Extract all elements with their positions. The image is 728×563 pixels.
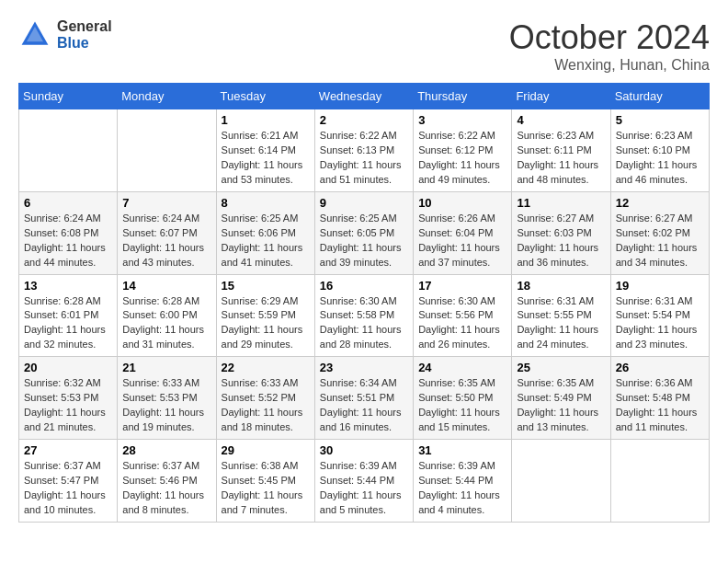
day-info: Sunrise: 6:21 AM Sunset: 6:14 PM Dayligh… xyxy=(222,129,310,188)
day-info: Sunrise: 6:35 AM Sunset: 5:50 PM Dayligh… xyxy=(418,376,506,435)
day-number: 9 xyxy=(320,196,408,210)
calendar-cell xyxy=(19,109,118,192)
weekday-header-sunday: Sunday xyxy=(19,84,118,109)
calendar-cell: 1Sunrise: 6:21 AM Sunset: 6:14 PM Daylig… xyxy=(216,109,314,192)
calendar-cell: 19Sunrise: 6:31 AM Sunset: 5:54 PM Dayli… xyxy=(610,274,709,357)
weekday-header-wednesday: Wednesday xyxy=(314,84,413,109)
day-number: 13 xyxy=(24,279,112,293)
day-number: 20 xyxy=(24,361,112,374)
calendar-cell xyxy=(118,109,216,192)
calendar-cell: 31Sunrise: 6:39 AM Sunset: 5:44 PM Dayli… xyxy=(414,440,512,523)
logo: General Blue xyxy=(18,18,112,52)
day-number: 8 xyxy=(222,196,310,210)
day-info: Sunrise: 6:33 AM Sunset: 5:52 PM Dayligh… xyxy=(222,376,310,435)
logo-icon xyxy=(18,18,51,52)
day-number: 5 xyxy=(616,113,704,127)
day-number: 26 xyxy=(616,361,704,374)
day-number: 1 xyxy=(222,113,310,127)
day-number: 11 xyxy=(517,196,605,210)
day-info: Sunrise: 6:35 AM Sunset: 5:49 PM Dayligh… xyxy=(517,376,605,435)
logo-blue-text: Blue xyxy=(57,35,112,52)
calendar-cell: 23Sunrise: 6:34 AM Sunset: 5:51 PM Dayli… xyxy=(314,357,413,440)
day-info: Sunrise: 6:37 AM Sunset: 5:47 PM Dayligh… xyxy=(24,459,112,518)
day-info: Sunrise: 6:27 AM Sunset: 6:02 PM Dayligh… xyxy=(616,212,704,270)
day-number: 24 xyxy=(418,361,506,374)
day-number: 31 xyxy=(418,443,506,457)
calendar-cell: 13Sunrise: 6:28 AM Sunset: 6:01 PM Dayli… xyxy=(19,274,118,357)
location-subtitle: Wenxing, Hunan, China xyxy=(509,57,710,74)
day-info: Sunrise: 6:27 AM Sunset: 6:03 PM Dayligh… xyxy=(517,212,605,270)
calendar-cell: 12Sunrise: 6:27 AM Sunset: 6:02 PM Dayli… xyxy=(610,191,709,274)
day-info: Sunrise: 6:28 AM Sunset: 6:01 PM Dayligh… xyxy=(24,294,112,353)
day-number: 12 xyxy=(616,196,704,210)
calendar-cell: 26Sunrise: 6:36 AM Sunset: 5:48 PM Dayli… xyxy=(610,357,709,440)
title-block: October 2024 Wenxing, Hunan, China xyxy=(509,18,710,74)
day-number: 28 xyxy=(122,443,210,457)
day-info: Sunrise: 6:30 AM Sunset: 5:58 PM Dayligh… xyxy=(320,294,408,353)
day-info: Sunrise: 6:31 AM Sunset: 5:55 PM Dayligh… xyxy=(517,294,605,353)
calendar-cell: 15Sunrise: 6:29 AM Sunset: 5:59 PM Dayli… xyxy=(216,274,314,357)
day-info: Sunrise: 6:38 AM Sunset: 5:45 PM Dayligh… xyxy=(222,459,310,518)
day-number: 10 xyxy=(418,196,506,210)
day-info: Sunrise: 6:36 AM Sunset: 5:48 PM Dayligh… xyxy=(616,376,704,435)
calendar-cell: 28Sunrise: 6:37 AM Sunset: 5:46 PM Dayli… xyxy=(118,440,216,523)
calendar-cell: 2Sunrise: 6:22 AM Sunset: 6:13 PM Daylig… xyxy=(314,109,413,192)
day-number: 30 xyxy=(320,443,408,457)
page-header: General Blue October 2024 Wenxing, Hunan… xyxy=(18,18,710,74)
day-info: Sunrise: 6:37 AM Sunset: 5:46 PM Dayligh… xyxy=(122,459,210,518)
day-number: 21 xyxy=(122,361,210,374)
month-title: October 2024 xyxy=(509,18,710,57)
calendar-cell: 9Sunrise: 6:25 AM Sunset: 6:05 PM Daylig… xyxy=(314,191,413,274)
calendar-cell: 5Sunrise: 6:23 AM Sunset: 6:10 PM Daylig… xyxy=(610,109,709,192)
day-info: Sunrise: 6:29 AM Sunset: 5:59 PM Dayligh… xyxy=(222,294,310,353)
day-number: 22 xyxy=(222,361,310,374)
calendar-cell: 11Sunrise: 6:27 AM Sunset: 6:03 PM Dayli… xyxy=(512,191,610,274)
day-info: Sunrise: 6:26 AM Sunset: 6:04 PM Dayligh… xyxy=(418,212,506,270)
calendar-cell: 17Sunrise: 6:30 AM Sunset: 5:56 PM Dayli… xyxy=(414,274,512,357)
calendar-cell: 25Sunrise: 6:35 AM Sunset: 5:49 PM Dayli… xyxy=(512,357,610,440)
day-number: 6 xyxy=(24,196,112,210)
day-info: Sunrise: 6:25 AM Sunset: 6:05 PM Dayligh… xyxy=(320,212,408,270)
day-info: Sunrise: 6:23 AM Sunset: 6:11 PM Dayligh… xyxy=(517,129,605,188)
day-number: 3 xyxy=(418,113,506,127)
weekday-header-monday: Monday xyxy=(118,84,216,109)
day-number: 7 xyxy=(122,196,210,210)
calendar-cell: 4Sunrise: 6:23 AM Sunset: 6:11 PM Daylig… xyxy=(512,109,610,192)
day-info: Sunrise: 6:24 AM Sunset: 6:07 PM Dayligh… xyxy=(122,212,210,270)
day-number: 18 xyxy=(517,279,605,293)
day-number: 4 xyxy=(517,113,605,127)
day-info: Sunrise: 6:39 AM Sunset: 5:44 PM Dayligh… xyxy=(320,459,408,518)
day-number: 23 xyxy=(320,361,408,374)
day-info: Sunrise: 6:33 AM Sunset: 5:53 PM Dayligh… xyxy=(122,376,210,435)
day-info: Sunrise: 6:25 AM Sunset: 6:06 PM Dayligh… xyxy=(222,212,310,270)
weekday-header-saturday: Saturday xyxy=(610,84,709,109)
day-info: Sunrise: 6:30 AM Sunset: 5:56 PM Dayligh… xyxy=(418,294,506,353)
calendar-cell: 20Sunrise: 6:32 AM Sunset: 5:53 PM Dayli… xyxy=(19,357,118,440)
calendar-cell: 8Sunrise: 6:25 AM Sunset: 6:06 PM Daylig… xyxy=(216,191,314,274)
calendar-cell: 21Sunrise: 6:33 AM Sunset: 5:53 PM Dayli… xyxy=(118,357,216,440)
calendar-cell: 29Sunrise: 6:38 AM Sunset: 5:45 PM Dayli… xyxy=(216,440,314,523)
calendar-cell: 16Sunrise: 6:30 AM Sunset: 5:58 PM Dayli… xyxy=(314,274,413,357)
day-info: Sunrise: 6:22 AM Sunset: 6:12 PM Dayligh… xyxy=(418,129,506,188)
calendar-cell: 3Sunrise: 6:22 AM Sunset: 6:12 PM Daylig… xyxy=(414,109,512,192)
calendar-cell: 24Sunrise: 6:35 AM Sunset: 5:50 PM Dayli… xyxy=(414,357,512,440)
day-number: 17 xyxy=(418,279,506,293)
calendar-cell: 7Sunrise: 6:24 AM Sunset: 6:07 PM Daylig… xyxy=(118,191,216,274)
day-info: Sunrise: 6:32 AM Sunset: 5:53 PM Dayligh… xyxy=(24,376,112,435)
day-info: Sunrise: 6:31 AM Sunset: 5:54 PM Dayligh… xyxy=(616,294,704,353)
weekday-header-thursday: Thursday xyxy=(414,84,512,109)
day-number: 15 xyxy=(222,279,310,293)
calendar-cell: 14Sunrise: 6:28 AM Sunset: 6:00 PM Dayli… xyxy=(118,274,216,357)
calendar-table: SundayMondayTuesdayWednesdayThursdayFrid… xyxy=(18,83,710,523)
day-info: Sunrise: 6:22 AM Sunset: 6:13 PM Dayligh… xyxy=(320,129,408,188)
day-number: 14 xyxy=(122,279,210,293)
day-info: Sunrise: 6:39 AM Sunset: 5:44 PM Dayligh… xyxy=(418,459,506,518)
day-number: 25 xyxy=(517,361,605,374)
day-info: Sunrise: 6:28 AM Sunset: 6:00 PM Dayligh… xyxy=(122,294,210,353)
weekday-header-tuesday: Tuesday xyxy=(216,84,314,109)
calendar-cell xyxy=(512,440,610,523)
day-info: Sunrise: 6:24 AM Sunset: 6:08 PM Dayligh… xyxy=(24,212,112,270)
calendar-cell: 10Sunrise: 6:26 AM Sunset: 6:04 PM Dayli… xyxy=(414,191,512,274)
day-number: 29 xyxy=(222,443,310,457)
day-info: Sunrise: 6:23 AM Sunset: 6:10 PM Dayligh… xyxy=(616,129,704,188)
